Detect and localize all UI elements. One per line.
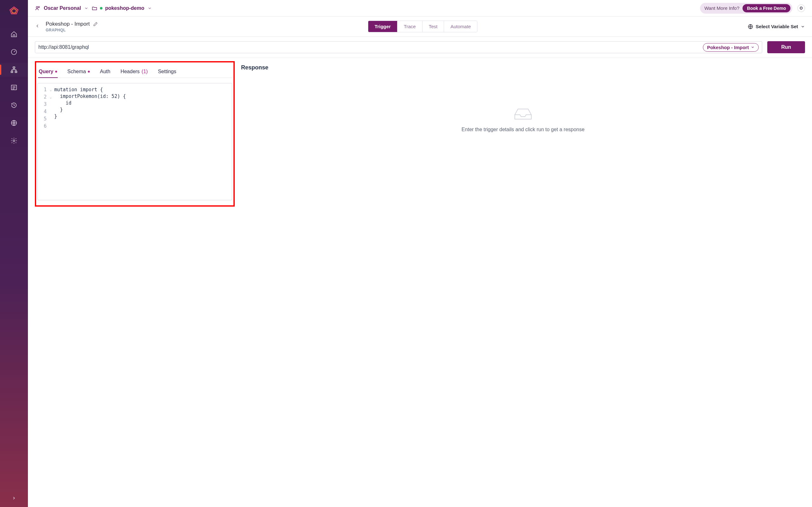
code-line bbox=[54, 120, 229, 126]
chevron-left-icon bbox=[35, 23, 40, 29]
code-line: mutation import { bbox=[54, 87, 229, 93]
folder-icon bbox=[92, 5, 97, 11]
edit-icon[interactable] bbox=[93, 21, 98, 26]
tab-automate[interactable]: Automate bbox=[444, 21, 477, 32]
code-body[interactable]: mutation import { importPokemon(id: 52) … bbox=[53, 83, 232, 200]
editor-tab-schema-label: Schema bbox=[67, 69, 86, 74]
avatar[interactable]: O bbox=[798, 4, 805, 12]
test-title-block: Pokeshop - Import GRAPHQL bbox=[46, 21, 98, 32]
dot-icon bbox=[55, 71, 57, 72]
editor-tabs: Query Schema Auth Headers (1) bbox=[38, 64, 232, 78]
sidebar-item-home[interactable] bbox=[0, 27, 28, 41]
environment-pill[interactable]: Pokeshop - Import bbox=[703, 43, 759, 52]
chevron-down-icon[interactable] bbox=[148, 6, 152, 10]
editor-tab-query[interactable]: Query bbox=[38, 66, 58, 78]
tab-trace[interactable]: Trace bbox=[397, 21, 422, 32]
query-panel: Query Schema Auth Headers (1) bbox=[35, 61, 235, 500]
svg-rect-2 bbox=[11, 71, 13, 73]
response-empty-text: Enter the trigger details and click run … bbox=[461, 127, 585, 132]
code-line: } bbox=[54, 113, 229, 120]
response-title: Response bbox=[241, 64, 805, 71]
book-demo-button[interactable]: Book a Free Demo bbox=[743, 4, 791, 12]
sidebar-nav bbox=[0, 27, 28, 148]
cta-info-text: Want More Info? bbox=[705, 5, 740, 11]
editor-tab-auth[interactable]: Auth bbox=[99, 66, 111, 78]
editor-tab-settings[interactable]: Settings bbox=[157, 66, 177, 78]
home-icon bbox=[10, 31, 17, 38]
dot-icon bbox=[88, 71, 90, 72]
test-type-label: GRAPHQL bbox=[46, 28, 98, 32]
test-name: Pokeshop - Import bbox=[46, 21, 90, 27]
highlight-box: Query Schema Auth Headers (1) bbox=[35, 61, 235, 207]
sidebar-item-environments[interactable] bbox=[0, 116, 28, 130]
svg-point-6 bbox=[13, 140, 15, 142]
run-button[interactable]: Run bbox=[767, 41, 805, 53]
line-number: 3 bbox=[38, 101, 47, 108]
url-value: http://api:8081/graphql bbox=[38, 44, 700, 50]
recent-icon bbox=[10, 102, 17, 109]
person-icon bbox=[35, 5, 41, 11]
sidebar-item-dashboard[interactable] bbox=[0, 45, 28, 59]
logo-icon bbox=[8, 5, 20, 17]
gear-icon bbox=[10, 137, 17, 144]
editor-tab-query-label: Query bbox=[39, 69, 53, 74]
line-number: 2 bbox=[38, 94, 47, 101]
code-editor[interactable]: 1 2 3 4 5 6 ⌄ ⌄ mutation import { bbox=[38, 83, 232, 200]
svg-point-7 bbox=[36, 6, 38, 8]
globe-icon bbox=[10, 119, 17, 126]
sidebar-item-runs[interactable] bbox=[0, 80, 28, 95]
line-number: 5 bbox=[38, 116, 47, 122]
chevron-right-icon bbox=[12, 496, 16, 500]
code-line: } bbox=[54, 107, 229, 113]
cta-strip: Want More Info? Book a Free Demo bbox=[700, 3, 792, 14]
left-sidebar bbox=[0, 0, 28, 507]
main-area: Oscar Personal pokeshop-demo Want More I… bbox=[28, 0, 812, 507]
fold-icon[interactable]: ⌄ bbox=[50, 94, 52, 101]
editor-tab-settings-label: Settings bbox=[158, 69, 176, 74]
back-button[interactable] bbox=[35, 23, 40, 30]
sidebar-item-tests[interactable] bbox=[0, 63, 28, 77]
workspace: Query Schema Auth Headers (1) bbox=[28, 58, 812, 507]
line-number: 4 bbox=[38, 108, 47, 115]
svg-point-8 bbox=[38, 6, 40, 8]
sidebar-item-history[interactable] bbox=[0, 98, 28, 112]
project-status-dot bbox=[100, 7, 102, 9]
line-number: 6 bbox=[38, 123, 47, 130]
flow-icon bbox=[10, 66, 17, 73]
variable-set-selector[interactable]: Select Variable Set bbox=[748, 24, 805, 30]
inbox-icon bbox=[513, 106, 533, 121]
line-number: 1 bbox=[38, 87, 47, 93]
svg-rect-3 bbox=[15, 71, 17, 73]
code-line: importPokemon(id: 52) { bbox=[54, 93, 229, 100]
workspace-name[interactable]: Oscar Personal bbox=[44, 5, 81, 11]
project-name[interactable]: pokeshop-demo bbox=[105, 5, 144, 11]
editor-tab-headers-label: Headers bbox=[120, 69, 140, 74]
editor-tab-headers[interactable]: Headers (1) bbox=[120, 66, 148, 78]
sidebar-expand[interactable] bbox=[0, 489, 28, 507]
response-empty-state: Enter the trigger details and click run … bbox=[241, 106, 805, 132]
chevron-down-icon bbox=[801, 24, 805, 29]
url-row: http://api:8081/graphql Pokeshop - Impor… bbox=[28, 37, 812, 58]
top-bar: Oscar Personal pokeshop-demo Want More I… bbox=[28, 0, 812, 16]
code-line: id bbox=[54, 100, 229, 107]
tab-trigger[interactable]: Trigger bbox=[368, 21, 397, 32]
app-logo[interactable] bbox=[7, 4, 21, 18]
env-label: Pokeshop - Import bbox=[707, 45, 749, 50]
mode-tabs: Trigger Trace Test Automate bbox=[368, 20, 477, 32]
editor-tab-schema[interactable]: Schema bbox=[67, 66, 90, 78]
code-gutter: 1 2 3 4 5 6 bbox=[38, 83, 49, 200]
gauge-icon bbox=[10, 49, 17, 55]
chevron-down-icon bbox=[751, 45, 755, 49]
editor-tab-auth-label: Auth bbox=[100, 69, 110, 74]
fold-icon[interactable]: ⌄ bbox=[50, 87, 52, 93]
svg-rect-1 bbox=[13, 67, 15, 68]
response-panel: Response Enter the trigger details and c… bbox=[241, 61, 805, 500]
tab-test[interactable]: Test bbox=[422, 21, 444, 32]
sidebar-item-settings[interactable] bbox=[0, 134, 28, 148]
globe-icon bbox=[748, 24, 753, 30]
breadcrumb: Oscar Personal pokeshop-demo bbox=[35, 5, 152, 11]
variable-set-label: Select Variable Set bbox=[756, 24, 798, 29]
url-input[interactable]: http://api:8081/graphql Pokeshop - Impor… bbox=[35, 41, 762, 53]
chevron-down-icon[interactable] bbox=[84, 6, 89, 10]
list-box-icon bbox=[10, 84, 17, 91]
